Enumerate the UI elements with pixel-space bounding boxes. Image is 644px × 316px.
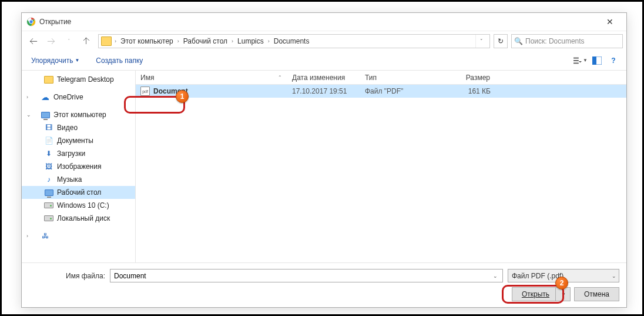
svg-rect-5 [573,62,579,64]
up-button[interactable]: 🡡 [78,33,95,49]
open-button[interactable]: Открыть ▼ [512,287,571,301]
download-icon: ⬇ [44,149,53,158]
monitor-icon [44,188,53,197]
preview-pane-button[interactable] [590,54,604,68]
file-type-filter[interactable]: Файл PDF (.pdf) ⌄ [508,269,619,282]
column-date[interactable]: Дата изменения [287,71,360,84]
breadcrumb[interactable]: Рабочий стол [182,37,229,45]
file-date: 17.10.2017 19:51 [287,87,360,95]
sidebar-item-local-disk[interactable]: Локальный диск [22,212,135,225]
video-icon: 🎞 [44,123,53,132]
network-icon: 🖧 [41,231,50,241]
folder-icon [101,36,112,46]
cancel-button[interactable]: Отмена [574,287,619,301]
sidebar-item-videos[interactable]: 🎞Видео [22,121,135,134]
chevron-down-icon[interactable]: ⌄ [491,270,500,282]
filename-input[interactable]: Document ⌄ [110,269,503,282]
search-placeholder: Поиск: Documents [525,37,585,45]
file-type: Файл "PDF" [360,87,442,95]
nav-bar: 🡠 🡢 ˅ 🡡 › Этот компьютер › Рабочий стол … [22,31,626,51]
chevron-right-icon[interactable]: › [266,38,271,44]
close-button[interactable]: ✕ [598,13,622,31]
chevron-right-icon[interactable]: › [230,38,235,44]
help-button[interactable]: ? [606,54,620,68]
new-folder-button[interactable]: Создать папку [92,54,146,67]
svg-rect-4 [573,60,579,61]
column-headers: Имя⌃ Дата изменения Тип Размер [136,71,626,85]
sidebar-item-this-pc[interactable]: ⌄Этот компьютер [22,108,135,121]
toolbar: Упорядочить▼ Создать папку ▼ ? [22,51,626,71]
svg-point-2 [29,20,33,24]
chevron-right-icon[interactable]: › [176,38,181,44]
sidebar-item-drive-c[interactable]: Windows 10 (C:) [22,199,135,212]
sidebar: Telegram Desktop ›☁OneDrive ⌄Этот компью… [22,71,136,262]
chevron-right-icon[interactable]: › [26,233,32,239]
search-icon: 🔍 [514,37,523,45]
refresh-button[interactable]: ↻ [494,34,508,48]
dialog-footer: Имя файла: Document ⌄ Файл PDF (.pdf) ⌄ … [22,262,626,307]
breadcrumb[interactable]: Этот компьютер [119,37,175,45]
chevron-down-icon: ▼ [75,58,79,63]
breadcrumb[interactable]: Lumpics [236,37,265,45]
sidebar-item-downloads[interactable]: ⬇Загрузки [22,147,135,160]
file-size: 161 КБ [442,87,495,95]
music-icon: ♪ [44,175,53,184]
sidebar-item-music[interactable]: ♪Музыка [22,173,135,186]
chrome-icon [26,17,36,26]
sidebar-item-network[interactable]: ›🖧 [22,229,135,242]
window-title: Открытие [39,18,598,26]
file-row[interactable]: pdfDocument 17.10.2017 19:51 Файл "PDF" … [136,85,626,98]
forward-button[interactable]: 🡢 [43,33,59,49]
column-name[interactable]: Имя⌃ [136,71,287,84]
pdf-icon: pdf [140,87,150,96]
drive-icon [44,201,53,210]
filename-label: Имя файла: [29,272,105,280]
back-button[interactable]: 🡠 [25,33,42,49]
sidebar-item-telegram[interactable]: Telegram Desktop [22,73,135,86]
sidebar-item-desktop[interactable]: Рабочий стол [22,186,135,199]
file-list-pane: Имя⌃ Дата изменения Тип Размер pdfDocume… [136,71,626,262]
sidebar-item-onedrive[interactable]: ›☁OneDrive [22,91,135,104]
folder-icon [44,75,53,84]
address-bar[interactable]: › Этот компьютер › Рабочий стол › Lumpic… [98,34,490,48]
drive-icon [44,214,53,223]
open-dropdown[interactable]: ▼ [559,292,568,297]
sidebar-item-documents[interactable]: 📄Документы [22,134,135,147]
open-file-dialog: Открытие ✕ 🡠 🡢 ˅ 🡡 › Этот компьютер › Ра… [21,12,627,308]
image-icon: 🖼 [44,162,53,171]
file-name: Document [153,87,188,95]
chevron-right-icon[interactable]: › [26,94,32,100]
doc-icon: 📄 [44,136,53,145]
sort-asc-icon: ⌃ [278,75,282,80]
column-size[interactable]: Размер [442,71,495,84]
address-dropdown[interactable]: ˅ [475,35,487,48]
cloud-icon: ☁ [41,92,50,102]
chevron-right-icon[interactable]: › [113,38,118,44]
svg-rect-3 [573,57,579,58]
breadcrumb[interactable]: Documents [273,37,311,45]
title-bar: Открытие ✕ [22,13,626,31]
view-options-button[interactable]: ▼ [573,54,588,68]
search-input[interactable]: 🔍 Поиск: Documents [511,34,623,48]
svg-rect-7 [592,56,596,65]
monitor-icon [41,110,50,119]
sidebar-item-pictures[interactable]: 🖼Изображения [22,160,135,173]
chevron-down-icon[interactable]: ⌄ [26,112,32,118]
organize-button[interactable]: Упорядочить▼ [28,54,83,67]
chevron-down-icon[interactable]: ⌄ [612,273,616,279]
column-type[interactable]: Тип [360,71,442,84]
recent-dropdown[interactable]: ˅ [61,33,77,49]
